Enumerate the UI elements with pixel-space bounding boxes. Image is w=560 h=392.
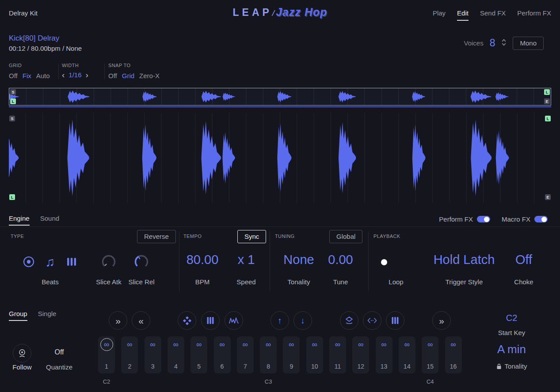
divider: [104, 64, 105, 79]
advance-mapping-button[interactable]: »: [432, 311, 451, 330]
octave-label: C3: [265, 378, 272, 385]
slice-button[interactable]: ∞5: [190, 336, 207, 373]
transient-detect-button[interactable]: [225, 311, 243, 330]
snap-option-zerox[interactable]: Zero-X: [139, 72, 160, 79]
start-marker[interactable]: S: [10, 89, 16, 95]
slice-button[interactable]: ∞7: [237, 336, 254, 373]
slice-button[interactable]: ∞8: [260, 336, 277, 373]
slice-button[interactable]: ∞9: [283, 336, 300, 373]
slice-button[interactable]: ∞2: [121, 336, 138, 373]
slice-bars-icon: [206, 316, 214, 325]
grid-option-auto[interactable]: Auto: [36, 72, 50, 79]
loop-infinity-icon: ∞: [312, 341, 317, 348]
slice-button[interactable]: ∞16: [445, 336, 462, 373]
loop-start-marker[interactable]: L: [9, 194, 15, 200]
nav-send-fx[interactable]: Send FX: [480, 9, 506, 17]
type-melody-button[interactable]: ♫: [42, 254, 57, 269]
nav-play[interactable]: Play: [433, 9, 446, 17]
global-button[interactable]: Global: [329, 230, 362, 243]
bpm-value[interactable]: 80.00: [180, 253, 225, 267]
reverse-button[interactable]: Reverse: [137, 230, 176, 243]
shift-slices-right-button[interactable]: »: [109, 311, 127, 330]
tune-value[interactable]: 0.00: [322, 253, 359, 267]
pitch-down-button[interactable]: ↓: [293, 311, 312, 330]
end-marker[interactable]: E: [544, 98, 550, 104]
waveform-main[interactable]: S L L E: [9, 113, 551, 203]
grid-option-fix[interactable]: Fix: [23, 72, 31, 79]
view-tabs: Engine Sound: [9, 215, 59, 226]
beats-icon: [21, 254, 36, 269]
slice-release-knob[interactable]: [133, 253, 150, 272]
scatter-slices-button[interactable]: [178, 311, 196, 330]
lock-icon: [496, 363, 502, 369]
loop-end-marker[interactable]: L: [545, 116, 551, 121]
width-next-icon[interactable]: ›: [86, 71, 88, 79]
loop-infinity-icon: ∞: [266, 341, 271, 348]
pitch-up-button[interactable]: ↑: [270, 311, 289, 330]
slice-button[interactable]: ∞10: [306, 336, 323, 373]
slice-button[interactable]: ∞4: [168, 336, 184, 373]
slice-grid-button[interactable]: [201, 311, 220, 330]
choke-value[interactable]: Off: [506, 253, 541, 267]
slice-attack-label: Slice Atk: [91, 278, 126, 286]
type-beats-button[interactable]: [21, 254, 36, 269]
voices-control: Voices 8 Mono: [464, 37, 544, 50]
tab-group[interactable]: Group: [9, 310, 27, 321]
slice-button[interactable]: ∞12: [352, 336, 369, 373]
grid-option-off[interactable]: Off: [9, 72, 18, 79]
slice-number: 12: [358, 363, 365, 370]
loop-infinity-icon: ∞: [219, 341, 225, 348]
slice-button[interactable]: ∞13: [376, 336, 392, 373]
loop-start-marker[interactable]: L: [10, 98, 16, 104]
kit-name[interactable]: Delray Kit: [9, 9, 38, 17]
snap-option-grid[interactable]: Grid: [122, 72, 134, 79]
type-instrument-button[interactable]: [64, 254, 79, 269]
tonality-lock-row[interactable]: Tonality: [484, 362, 539, 370]
key-value[interactable]: A min: [484, 343, 539, 356]
macro-fx-toggle[interactable]: [534, 216, 548, 222]
trigger-style-label: Trigger Style: [429, 278, 499, 286]
mono-button[interactable]: Mono: [513, 37, 544, 50]
slice-button[interactable]: ∞3: [145, 336, 161, 373]
slice-button[interactable]: ∞14: [399, 336, 415, 373]
width-value[interactable]: 1/16: [69, 71, 81, 79]
loop-infinity-icon: ∞: [404, 341, 410, 348]
sync-button[interactable]: Sync: [237, 230, 266, 243]
tab-single[interactable]: Single: [38, 310, 57, 321]
start-key-value[interactable]: C2: [484, 313, 539, 323]
speed-value[interactable]: x 1: [226, 253, 266, 267]
voices-value[interactable]: 8: [490, 37, 495, 49]
start-marker[interactable]: S: [9, 116, 15, 121]
merge-slices-button[interactable]: [340, 311, 358, 330]
quantize-value[interactable]: Off: [42, 348, 77, 356]
nav-edit[interactable]: Edit: [457, 9, 469, 21]
slice-button[interactable]: ∞1: [98, 336, 115, 373]
loop-end-marker[interactable]: L: [544, 89, 550, 95]
stepper-chevrons-icon: [501, 38, 507, 47]
shift-slices-left-button[interactable]: «: [132, 311, 150, 330]
slice-button[interactable]: ∞15: [422, 336, 438, 373]
snap-option-off[interactable]: Off: [108, 72, 117, 79]
skip-back-icon: «: [138, 316, 144, 325]
width-prev-icon[interactable]: ‹: [62, 71, 65, 79]
trigger-style-value[interactable]: Hold Latch: [429, 253, 499, 267]
end-marker[interactable]: E: [545, 194, 551, 200]
slice-number: 7: [244, 363, 247, 370]
follow-button[interactable]: [13, 344, 31, 362]
fill-slices-button[interactable]: [386, 311, 404, 330]
sample-name[interactable]: Kick[80] Delray: [9, 34, 59, 43]
loop-infinity-icon: ∞: [289, 341, 294, 348]
tab-sound[interactable]: Sound: [40, 215, 59, 226]
spread-slices-button[interactable]: [363, 311, 381, 330]
slice-number: 2: [128, 363, 131, 370]
voices-stepper[interactable]: [501, 38, 507, 49]
perform-fx-toggle[interactable]: [477, 216, 490, 222]
slice-button[interactable]: ∞11: [329, 336, 346, 373]
slice-button[interactable]: ∞6: [214, 336, 231, 373]
nav-perform-fx[interactable]: Perform FX: [517, 9, 551, 17]
tab-engine[interactable]: Engine: [9, 215, 30, 226]
tonality-value[interactable]: None: [278, 253, 320, 267]
slice-attack-knob[interactable]: [100, 253, 117, 272]
scatter-icon: [183, 316, 191, 325]
waveform-overview[interactable]: S L L E: [9, 88, 551, 106]
